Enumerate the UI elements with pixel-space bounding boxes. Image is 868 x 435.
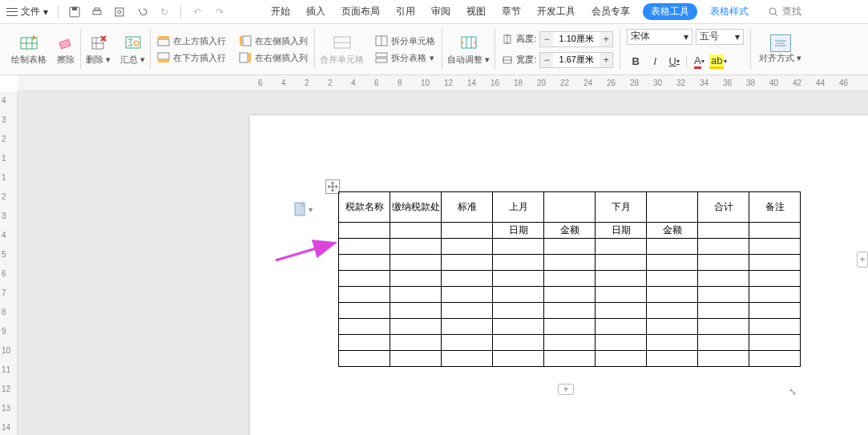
table-row[interactable]: [339, 351, 801, 367]
font-size-select[interactable]: 五号▾: [696, 29, 744, 45]
tab-references[interactable]: 引用: [393, 5, 418, 18]
table-subheader-row[interactable]: 日期 金额 日期 金额: [339, 223, 801, 239]
th-total[interactable]: 合计: [698, 192, 749, 223]
ruler-tick: 10: [2, 346, 10, 355]
ruler-tick: 2: [2, 192, 6, 201]
tab-view[interactable]: 视图: [463, 5, 489, 18]
tab-start[interactable]: 开始: [268, 5, 293, 18]
height-icon: [502, 34, 513, 45]
th-remark[interactable]: 备注: [749, 192, 801, 223]
add-row-button[interactable]: +: [558, 384, 574, 395]
document-table[interactable]: 税款名称 缴纳税款处 标准 上月 下月 合计 备注 日期 金额 日期 金额: [338, 191, 801, 367]
height-input[interactable]: [553, 32, 600, 46]
delete-icon: [89, 33, 108, 52]
search-button[interactable]: 查找: [768, 5, 801, 18]
tab-table-tools[interactable]: 表格工具: [643, 3, 697, 20]
autofit-button[interactable]: 自动调整 ▾: [442, 24, 495, 75]
td[interactable]: [442, 223, 493, 239]
table-row[interactable]: [339, 255, 801, 271]
subtotal-button[interactable]: 汇总 ▾: [115, 24, 150, 75]
width-icon: [502, 54, 513, 66]
th-office[interactable]: 缴纳税款处: [390, 192, 442, 223]
svg-rect-22: [158, 53, 169, 59]
split-cells-button[interactable]: 拆分单元格: [375, 35, 435, 47]
tab-developer[interactable]: 开发工具: [534, 5, 579, 18]
document-canvas[interactable]: ▾ 税款名称 缴纳税款处 标准 上月 下月 合计 备注 日期: [18, 91, 868, 435]
redo-history-icon[interactable]: ↷: [213, 6, 226, 18]
tab-review[interactable]: 审阅: [428, 5, 454, 18]
file-label: 文件: [21, 5, 40, 18]
split-table-button[interactable]: 拆分表格 ▾: [375, 52, 435, 64]
tab-section[interactable]: 章节: [499, 5, 524, 18]
italic-button[interactable]: I: [646, 53, 664, 70]
dimensions-group: 高度: − + 宽度: − +: [495, 24, 620, 75]
file-menu[interactable]: 文件 ▾: [6, 5, 48, 18]
tab-table-style[interactable]: 表格样式: [707, 5, 752, 18]
ruler-tick: 6: [374, 79, 379, 87]
th-last-month[interactable]: 上月: [493, 192, 544, 223]
table-header-row[interactable]: 税款名称 缴纳税款处 标准 上月 下月 合计 备注: [339, 192, 801, 223]
table-row[interactable]: [339, 287, 801, 303]
table-row[interactable]: [339, 335, 801, 351]
td-date2[interactable]: 日期: [595, 223, 647, 239]
th-name[interactable]: 税款名称: [339, 192, 390, 223]
height-minus[interactable]: −: [540, 32, 553, 46]
width-stepper[interactable]: − +: [539, 52, 613, 68]
insert-left-button[interactable]: 在左侧插入列: [239, 35, 308, 47]
erase-button[interactable]: 擦除: [51, 24, 80, 75]
table-row[interactable]: [339, 319, 801, 335]
table-row[interactable]: [339, 239, 801, 255]
width-plus[interactable]: +: [600, 53, 612, 67]
th-next-month[interactable]: 下月: [595, 192, 647, 223]
font-color-button[interactable]: A▾: [690, 53, 708, 70]
bold-button[interactable]: B: [627, 53, 644, 70]
alignment-button[interactable]: 对齐方式 ▾: [751, 24, 809, 75]
table-row[interactable]: [339, 303, 801, 319]
td[interactable]: [339, 223, 390, 239]
font-name-select[interactable]: 宋体▾: [627, 29, 692, 45]
ruler-tick: 4: [2, 96, 6, 105]
redo-icon[interactable]: ↻: [158, 6, 171, 18]
erase-icon: [56, 33, 75, 52]
print-preview-icon[interactable]: [113, 6, 126, 18]
height-plus[interactable]: +: [600, 32, 612, 46]
svg-rect-12: [59, 39, 71, 49]
height-stepper[interactable]: − +: [539, 31, 613, 47]
add-column-button[interactable]: +: [857, 252, 868, 268]
td[interactable]: [390, 223, 442, 239]
delete-button[interactable]: 删除 ▾: [81, 24, 115, 75]
undo-icon[interactable]: [135, 6, 148, 18]
horizontal-ruler[interactable]: 6422468101214161820222426283032343638404…: [18, 75, 868, 91]
insert-right-button[interactable]: 在右侧插入列: [239, 52, 308, 64]
print-icon[interactable]: [91, 6, 103, 18]
tab-insert[interactable]: 插入: [303, 5, 329, 18]
tab-member[interactable]: 会员专享: [588, 5, 633, 18]
table-row[interactable]: [339, 271, 801, 287]
table-resize-handle[interactable]: ⤡: [789, 386, 797, 397]
td-amount1[interactable]: 金额: [544, 223, 595, 239]
width-input[interactable]: [553, 53, 600, 67]
insert-above-button[interactable]: 在上方插入行: [157, 35, 226, 47]
th-standard[interactable]: 标准: [442, 192, 493, 223]
underline-button[interactable]: U▾: [665, 53, 683, 70]
td[interactable]: [698, 223, 749, 239]
ruler-tick: 38: [746, 79, 755, 87]
highlight-button[interactable]: ab▾: [709, 53, 727, 70]
td-date1[interactable]: 日期: [493, 223, 544, 239]
font-group: 宋体▾ 五号▾ B I U▾ A▾ ab▾: [620, 24, 750, 75]
th-blank2[interactable]: [647, 192, 698, 223]
th-blank1[interactable]: [544, 192, 595, 223]
merge-cells-button[interactable]: 合并单元格: [315, 24, 369, 75]
draw-table-button[interactable]: 绘制表格: [6, 24, 51, 75]
tab-page-layout[interactable]: 页面布局: [338, 5, 383, 18]
page-options-button[interactable]: ▾: [294, 202, 313, 216]
save-icon[interactable]: [68, 6, 81, 18]
subtotal-icon: [123, 33, 143, 52]
ruler-tick: 30: [653, 79, 662, 87]
td[interactable]: [749, 223, 801, 239]
vertical-ruler[interactable]: 43211234567891011121314: [0, 91, 18, 435]
insert-below-button[interactable]: 在下方插入行: [157, 52, 226, 64]
td-amount2[interactable]: 金额: [647, 223, 698, 239]
width-minus[interactable]: −: [540, 53, 553, 67]
undo-history-icon[interactable]: ↶: [191, 6, 204, 18]
